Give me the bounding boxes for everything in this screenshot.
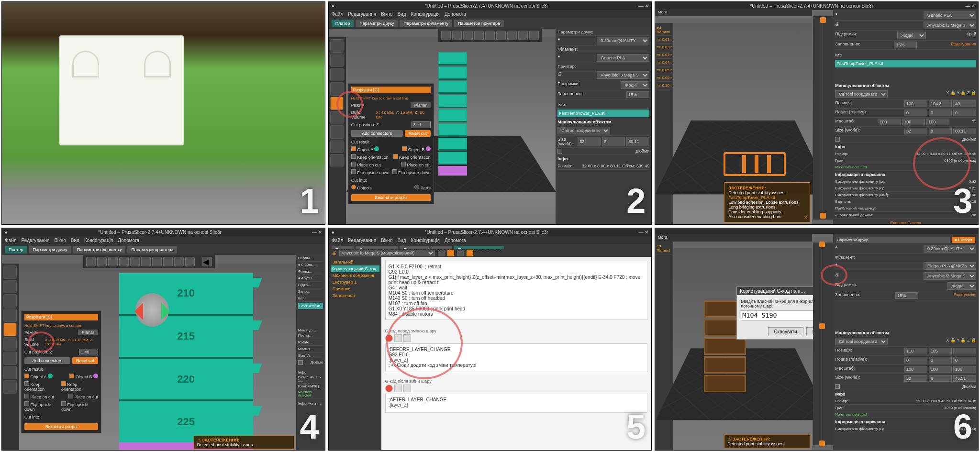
scale-icon[interactable] <box>330 68 344 81</box>
cancel-icon[interactable] <box>467 250 473 256</box>
rot-z[interactable] <box>953 357 976 364</box>
pos-z[interactable] <box>953 348 976 354</box>
objA-check[interactable]: Object A <box>31 375 47 379</box>
rot-y[interactable] <box>929 110 952 116</box>
coord-select[interactable]: Світові координати <box>835 338 888 345</box>
scale-x[interactable] <box>878 119 901 125</box>
size-x[interactable] <box>578 137 601 146</box>
menu-view[interactable]: Вид <box>397 11 406 17</box>
scale-y[interactable] <box>902 119 925 125</box>
split-icon[interactable] <box>141 257 151 266</box>
split-icon[interactable] <box>496 31 506 40</box>
menu-edit[interactable]: Редагування <box>348 11 376 17</box>
del-icon[interactable] <box>97 257 107 266</box>
rot-x[interactable] <box>904 110 927 116</box>
add-connectors-button[interactable]: Add connectors <box>24 357 70 364</box>
size-y[interactable] <box>929 128 952 134</box>
layer-slider[interactable] <box>813 16 833 220</box>
variable-icon[interactable] <box>529 31 539 40</box>
cut-z-input[interactable] <box>79 349 98 355</box>
tree-deps[interactable]: Залежності <box>331 292 379 299</box>
perform-cut-button[interactable]: Виконати розріз <box>24 423 98 430</box>
filament-select[interactable]: Generic PLA <box>924 11 976 19</box>
supports-select[interactable]: Жодні <box>897 32 926 39</box>
pos-y[interactable] <box>929 100 952 107</box>
axis-x-icon[interactable] <box>126 303 143 320</box>
size-y[interactable] <box>929 375 952 382</box>
tree-extruder[interactable]: Екструдер 1 <box>331 279 379 286</box>
model-sliced[interactable] <box>724 152 786 176</box>
printer-select[interactable]: Anycubic i3 Mega S <box>924 22 976 29</box>
infill-input[interactable] <box>894 42 917 48</box>
support-icon[interactable] <box>3 366 17 379</box>
keepB-checkbox[interactable]: Keep orientation <box>399 155 431 160</box>
end-gcode-textarea[interactable]: G1 X-5.0 F2100 ; retract G92 E0.0 G1{if … <box>385 261 648 320</box>
supports-select[interactable]: Жодні <box>621 81 649 89</box>
copy-icon[interactable] <box>119 257 129 266</box>
tab-printer[interactable]: Параметри принтера <box>454 20 504 27</box>
objB-check[interactable]: Object B <box>76 375 92 379</box>
tab-plater[interactable]: Платер <box>332 20 354 27</box>
menubar[interactable]: ФайлРедагуванняВікноВидКонфігураціяДопом… <box>329 236 652 244</box>
object-list-item[interactable]: FastTempTower_PLA.stl <box>557 110 649 117</box>
search-icon[interactable] <box>507 31 517 40</box>
scale-z[interactable] <box>953 366 976 373</box>
slider-handle-bottom[interactable] <box>819 441 825 446</box>
move-icon[interactable] <box>330 39 344 53</box>
undo-icon[interactable] <box>403 334 411 342</box>
reset-dot-icon[interactable] <box>385 334 393 342</box>
arrange-icon[interactable] <box>108 257 118 266</box>
reset-icon[interactable] <box>447 250 454 256</box>
mode-select[interactable]: Planar <box>78 330 98 335</box>
slider-handle-bottom[interactable] <box>820 213 826 219</box>
radio-objects[interactable]: Objects <box>357 186 372 190</box>
axis-y-icon[interactable] <box>161 303 178 320</box>
scale-z[interactable] <box>926 119 949 125</box>
size-z[interactable] <box>953 375 976 382</box>
size-y[interactable] <box>602 137 625 146</box>
filament-select[interactable]: Generic PLA <box>597 54 649 62</box>
tab-plater[interactable]: Платер <box>5 246 27 254</box>
menu-window[interactable]: Вікно <box>381 11 392 17</box>
redo-icon[interactable]: Редагування <box>951 42 976 48</box>
hollow-icon[interactable] <box>330 125 344 139</box>
coord-select[interactable]: Світові координати <box>557 127 610 134</box>
size-x[interactable] <box>904 128 927 134</box>
filament-select[interactable]: Elegoo PLA @MK3a (копія) Roj <box>924 262 976 270</box>
add-connectors-button[interactable]: Add connectors <box>351 130 403 137</box>
add-icon[interactable] <box>441 31 451 40</box>
rotate-icon[interactable] <box>330 54 344 67</box>
reset-cut-button[interactable]: Reset cut <box>72 357 98 364</box>
cancel-button[interactable]: Скасувати <box>768 327 803 336</box>
print-preset-select[interactable]: 0.20mm QUALITY <box>924 245 976 253</box>
cut-icon[interactable] <box>330 97 344 110</box>
menu-file[interactable]: Файл <box>332 11 344 17</box>
menu-window[interactable]: Вікно <box>381 238 392 243</box>
tab-filament[interactable]: Параметри філаменту <box>73 246 126 254</box>
size-z[interactable] <box>626 137 649 146</box>
tab-print[interactable]: Параметри друку <box>29 246 71 254</box>
menu-edit[interactable]: Редагування <box>22 238 50 243</box>
delete-icon[interactable] <box>452 31 462 40</box>
rot-z[interactable] <box>953 110 976 116</box>
gizmo[interactable] <box>135 293 169 327</box>
tree-custom-gcode[interactable]: Користувацький G-код <box>331 265 379 272</box>
menu-file[interactable]: Файл <box>5 238 17 243</box>
tree-notes[interactable]: Примітки <box>331 286 379 292</box>
menu-view[interactable]: Вид <box>397 238 406 243</box>
lock-icon[interactable] <box>394 334 402 342</box>
paste-icon[interactable] <box>485 31 495 40</box>
printer-select[interactable]: Anycubic i3 Mega S (модиф) <box>924 272 976 280</box>
after-layer-textarea[interactable]: ;AFTER_LAYER_CHANGE ;[layer_z] <box>385 394 648 413</box>
compare-icon[interactable] <box>457 250 464 256</box>
menu-help[interactable]: Допомога <box>445 238 466 243</box>
menu-config[interactable]: Конфігурація <box>84 238 113 243</box>
scale-icon[interactable] <box>3 294 17 308</box>
supports-select[interactable]: Жодні <box>947 282 976 290</box>
export-button[interactable]: ● Експорт <box>952 237 975 243</box>
pos-z[interactable] <box>953 100 976 107</box>
cut-z-input[interactable] <box>412 121 431 128</box>
arrange-icon[interactable] <box>463 31 473 40</box>
menu-config[interactable]: Конфігурація <box>411 11 440 17</box>
rot-x[interactable] <box>904 357 927 364</box>
